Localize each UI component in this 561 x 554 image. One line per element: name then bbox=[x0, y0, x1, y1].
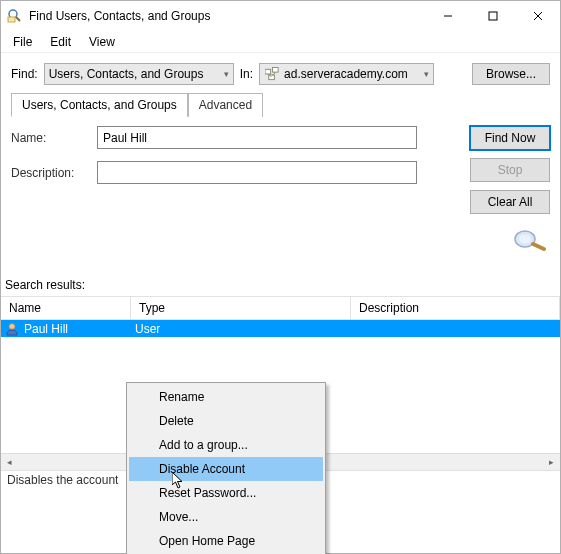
browse-button[interactable]: Browse... bbox=[472, 63, 550, 85]
in-combo-value: ad.serveracademy.com bbox=[284, 67, 408, 81]
window-title: Find Users, Contacts, and Groups bbox=[29, 9, 425, 23]
clear-all-label: Clear All bbox=[488, 195, 533, 209]
tab-advanced[interactable]: Advanced bbox=[188, 93, 263, 117]
menu-file[interactable]: File bbox=[5, 33, 40, 51]
svg-rect-8 bbox=[272, 67, 278, 72]
svg-rect-4 bbox=[489, 12, 497, 20]
in-label: In: bbox=[240, 67, 253, 81]
ctx-rename[interactable]: Rename bbox=[129, 385, 323, 409]
ctx-reset-password[interactable]: Reset Password... bbox=[129, 481, 323, 505]
tab-label: Users, Contacts, and Groups bbox=[22, 98, 177, 112]
minimize-button[interactable] bbox=[425, 1, 470, 31]
ctx-add-to-group[interactable]: Add to a group... bbox=[129, 433, 323, 457]
search-results-label: Search results: bbox=[1, 278, 560, 292]
ctx-move[interactable]: Move... bbox=[129, 505, 323, 529]
find-now-button[interactable]: Find Now bbox=[470, 126, 550, 150]
column-header-name[interactable]: Name bbox=[1, 297, 131, 319]
menu-edit[interactable]: Edit bbox=[42, 33, 79, 51]
chevron-down-icon: ▾ bbox=[224, 69, 229, 79]
magnifying-glass-icon bbox=[510, 228, 550, 252]
chevron-down-icon: ▾ bbox=[424, 69, 429, 79]
description-input[interactable] bbox=[97, 161, 417, 184]
svg-point-14 bbox=[519, 235, 531, 244]
menubar: File Edit View bbox=[1, 31, 560, 53]
scroll-left-icon[interactable]: ◂ bbox=[1, 454, 18, 471]
stop-label: Stop bbox=[498, 163, 523, 177]
svg-line-1 bbox=[16, 17, 20, 21]
tab-label: Advanced bbox=[199, 98, 252, 112]
tab-users-contacts-groups[interactable]: Users, Contacts, and Groups bbox=[11, 93, 188, 117]
column-header-type[interactable]: Type bbox=[131, 297, 351, 319]
svg-point-15 bbox=[9, 323, 15, 329]
row-name: Paul Hill bbox=[24, 322, 68, 336]
cursor-icon bbox=[172, 472, 190, 490]
menu-view[interactable]: View bbox=[81, 33, 123, 51]
row-type: User bbox=[131, 322, 351, 336]
ctx-delete[interactable]: Delete bbox=[129, 409, 323, 433]
column-header-description[interactable]: Description bbox=[351, 297, 560, 319]
name-input[interactable] bbox=[97, 126, 417, 149]
user-icon bbox=[5, 322, 19, 336]
stop-button[interactable]: Stop bbox=[470, 158, 550, 182]
name-label: Name: bbox=[11, 131, 97, 145]
maximize-button[interactable] bbox=[470, 1, 515, 31]
svg-line-13 bbox=[533, 244, 544, 249]
find-label: Find: bbox=[11, 67, 38, 81]
browse-label: Browse... bbox=[486, 67, 536, 81]
titlebar: Find Users, Contacts, and Groups bbox=[1, 1, 560, 31]
context-menu: Rename Delete Add to a group... Disable … bbox=[126, 382, 326, 554]
ctx-disable-account[interactable]: Disable Account bbox=[129, 457, 323, 481]
svg-rect-2 bbox=[8, 17, 15, 22]
description-label: Description: bbox=[11, 166, 97, 180]
table-row[interactable]: Paul Hill User bbox=[1, 320, 560, 337]
scroll-right-icon[interactable]: ▸ bbox=[543, 454, 560, 471]
find-combo-value: Users, Contacts, and Groups bbox=[49, 67, 204, 81]
ctx-open-home-page[interactable]: Open Home Page bbox=[129, 529, 323, 553]
domain-icon bbox=[264, 66, 280, 82]
close-button[interactable] bbox=[515, 1, 560, 31]
clear-all-button[interactable]: Clear All bbox=[470, 190, 550, 214]
in-combo[interactable]: ad.serveracademy.com ▾ bbox=[259, 63, 434, 85]
svg-rect-7 bbox=[265, 69, 271, 74]
find-dialog-icon bbox=[7, 8, 23, 24]
find-now-label: Find Now bbox=[485, 131, 536, 145]
find-combo[interactable]: Users, Contacts, and Groups ▾ bbox=[44, 63, 234, 85]
